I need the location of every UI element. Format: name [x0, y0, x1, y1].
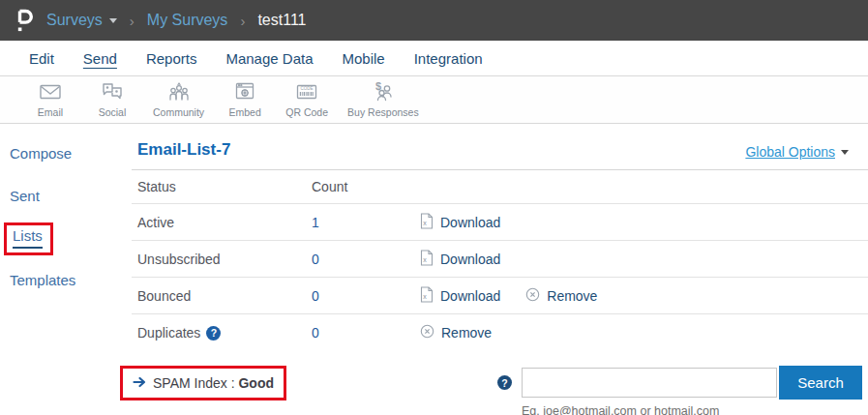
download-link[interactable]: x Download — [420, 286, 500, 306]
highlight-box-spam-index: SPAM Index : Good — [120, 366, 286, 400]
sidebar-item-compose[interactable]: Compose — [10, 145, 72, 162]
tool-label: Buy Responses — [347, 106, 419, 118]
search-button[interactable]: Search — [779, 366, 862, 400]
svg-text:x: x — [423, 293, 427, 300]
menu-item-manage-data[interactable]: Manage Data — [225, 50, 313, 67]
help-icon[interactable]: ? — [206, 326, 221, 341]
download-link[interactable]: x Download — [420, 213, 500, 232]
chevron-down-icon[interactable] — [109, 18, 117, 23]
page-body: Compose Sent Lists Templates Email-List-… — [0, 124, 868, 415]
bottom-row: SPAM Index : Good ? Search Eg. joe@hotma… — [132, 366, 868, 415]
sidebar-item-sent[interactable]: Sent — [10, 188, 40, 204]
search-hint: Eg. joe@hotmail.com or hotmail.com — [522, 404, 862, 415]
highlight-box-lists: Lists — [4, 222, 53, 255]
status-label: Unsubscribed — [137, 252, 312, 267]
download-link[interactable]: x Download — [420, 250, 500, 269]
status-label: Duplicates ? — [137, 325, 312, 341]
remove-label: Remove — [441, 325, 492, 341]
remove-link[interactable]: Remove — [525, 287, 597, 305]
svg-text:x: x — [423, 256, 427, 263]
excel-file-icon: x — [420, 250, 434, 269]
chevron-down-icon — [841, 150, 849, 155]
send-toolbar: Email Social Community — [0, 76, 868, 124]
breadcrumb-separator: › — [130, 13, 135, 29]
sidebar-item-templates[interactable]: Templates — [10, 272, 75, 288]
table-row: Duplicates ? 0 Remove — [132, 314, 868, 351]
search-input[interactable] — [522, 368, 777, 398]
sidebar-item-lists[interactable]: Lists — [13, 227, 43, 244]
remove-label: Remove — [547, 288, 597, 304]
remove-circle-icon — [420, 324, 434, 341]
main-content: Email-List-7 Global Options Status Count… — [132, 124, 868, 415]
embed-icon — [232, 79, 257, 104]
menu-item-send[interactable]: Send — [83, 50, 117, 67]
community-icon — [166, 79, 192, 104]
spam-index-label: SPAM Index : — [153, 375, 235, 391]
global-options-label: Global Options — [745, 144, 835, 160]
embed-button[interactable]: Embed — [224, 79, 266, 118]
download-label: Download — [440, 252, 500, 267]
count-value: 0 — [312, 325, 420, 341]
count-value: 0 — [312, 288, 420, 304]
count-value: 0 — [312, 252, 420, 267]
social-button[interactable]: Social — [91, 79, 134, 118]
download-label: Download — [440, 215, 500, 230]
menu-item-reports[interactable]: Reports — [146, 50, 197, 67]
table-header-row: Status Count — [132, 170, 868, 204]
arrow-right-icon — [133, 374, 146, 392]
tool-label: QR Code — [285, 106, 328, 118]
email-icon — [38, 79, 63, 104]
column-header-count: Count — [312, 179, 420, 194]
remove-link[interactable]: Remove — [420, 324, 492, 341]
buy-responses-icon: $ — [371, 79, 396, 104]
community-button[interactable]: Community — [153, 79, 204, 118]
sidebar: Compose Sent Lists Templates — [0, 124, 132, 415]
page-title: Email-List-7 — [137, 140, 230, 160]
tool-label: Community — [153, 106, 204, 118]
search-area: ? Search Eg. joe@hotmail.com or hotmail.… — [497, 366, 862, 415]
qr-code-button[interactable]: CODE QR Code — [285, 79, 328, 118]
app-logo-icon — [14, 8, 35, 34]
table-row: Active 1 x Download — [132, 204, 868, 241]
active-item-underline — [13, 247, 43, 249]
topbar: Surveys › My Surveys › test111 — [0, 0, 868, 41]
menu-item-edit[interactable]: Edit — [29, 50, 54, 67]
svg-text:CODE: CODE — [301, 86, 314, 91]
column-header-status: Status — [137, 179, 312, 194]
breadcrumb-separator: › — [240, 13, 245, 29]
breadcrumb-current: test111 — [257, 12, 306, 29]
spam-index-text: SPAM Index : Good — [153, 375, 274, 391]
status-label: Active — [137, 215, 312, 230]
help-icon[interactable]: ? — [497, 375, 512, 390]
breadcrumb-my-surveys[interactable]: My Surveys — [147, 12, 228, 29]
status-text: Duplicates — [137, 325, 200, 341]
count-value: 1 — [312, 215, 420, 230]
spam-index-value: Good — [238, 375, 274, 391]
table-row: Bounced 0 x Download — [132, 278, 868, 314]
remove-circle-icon — [525, 287, 540, 305]
menu-item-integration[interactable]: Integration — [414, 50, 483, 67]
tool-label: Social — [99, 106, 127, 118]
tool-label: Email — [38, 106, 63, 118]
qr-code-icon: CODE — [294, 79, 319, 104]
main-menu: Edit Send Reports Manage Data Mobile Int… — [0, 41, 868, 76]
social-icon — [100, 79, 125, 104]
status-label: Bounced — [137, 288, 312, 304]
table-row: Unsubscribed 0 x Download — [132, 241, 868, 278]
buy-responses-button[interactable]: $ Buy Responses — [347, 79, 419, 118]
content-header: Email-List-7 Global Options — [132, 124, 868, 170]
excel-file-icon: x — [420, 213, 434, 232]
global-options-link[interactable]: Global Options — [745, 144, 849, 160]
product-menu[interactable]: Surveys — [46, 12, 103, 29]
svg-text:x: x — [423, 220, 427, 226]
tool-label: Embed — [228, 106, 260, 118]
menu-item-mobile[interactable]: Mobile — [343, 50, 385, 67]
download-label: Download — [440, 288, 500, 304]
email-button[interactable]: Email — [29, 79, 72, 118]
excel-file-icon: x — [420, 286, 434, 306]
